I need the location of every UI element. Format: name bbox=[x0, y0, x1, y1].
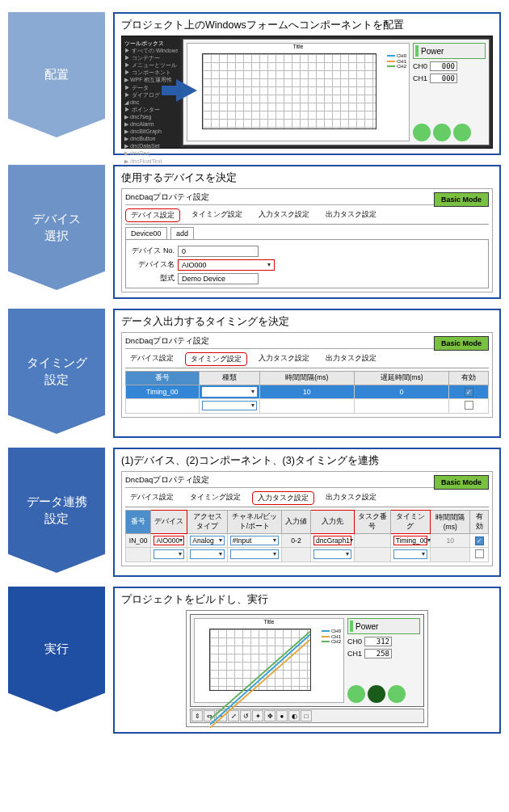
ch1-value: 258 bbox=[364, 649, 392, 658]
basic-mode-button[interactable]: Basic Mode bbox=[434, 336, 489, 351]
placement-arrow-head-icon bbox=[176, 79, 197, 102]
step-arrow-5: 実行 bbox=[8, 587, 105, 734]
chevron-down-icon: ▾ bbox=[427, 536, 431, 545]
tab-out-task[interactable]: 出力タスク設定 bbox=[321, 208, 381, 222]
timing-enabled-checkbox[interactable] bbox=[465, 401, 473, 410]
datalink-timing-select[interactable]: Timing_00▾ bbox=[393, 536, 427, 545]
led-icon bbox=[413, 124, 431, 141]
datalink-dest-select[interactable]: dncGraph1▾ bbox=[313, 536, 351, 545]
datalink-table: 番号 デバイス アクセスタイプ チャネル/ビット/ポート 入力値 入力先 タスク… bbox=[125, 510, 489, 562]
power-button[interactable]: Power bbox=[413, 43, 486, 59]
chevron-down-icon: ▾ bbox=[422, 550, 425, 558]
ch0-value: 312 bbox=[364, 637, 392, 646]
timing-kind-select[interactable]: ▾ bbox=[202, 401, 257, 410]
device-name-select[interactable]: AIO000▾ bbox=[178, 259, 275, 271]
tab-device[interactable]: デバイス設定 bbox=[125, 208, 180, 222]
step-panel-2: 使用するデバイスを決定 DncDaqプロパティ設定 Basic Mode デバイ… bbox=[113, 165, 501, 299]
ch1-value: 000 bbox=[430, 74, 457, 83]
step-label: デバイス 選択 bbox=[8, 165, 105, 290]
timing-table: 番号 種類 時間間隔(ms) 遅延時間(ms) 有効 Timing_00 Tim… bbox=[125, 371, 489, 414]
step-arrow-1: 配置 bbox=[8, 12, 105, 155]
placement-arrow-icon bbox=[162, 86, 176, 95]
step-label: データ連携 設定 bbox=[8, 448, 105, 573]
datalink-access-select[interactable]: Analog▾ bbox=[190, 536, 224, 545]
timing-row-id[interactable]: Timing_00 bbox=[126, 385, 200, 399]
dialog-title: DncDaqプロパティ設定 bbox=[125, 475, 209, 484]
device-type-input[interactable]: Demo Device bbox=[178, 273, 259, 284]
vs-screenshot: ツールボックス ▶ すべての Windows フォ…▶ コンテナー ▶ メニュー… bbox=[121, 36, 493, 149]
power-button[interactable]: Power bbox=[347, 618, 420, 634]
panel-title: プロジェクトをビルドし、実行 bbox=[121, 593, 493, 607]
dialog-title: DncDaqプロパティ設定 bbox=[125, 192, 209, 201]
chevron-down-icon: ▾ bbox=[267, 261, 271, 269]
led-icon bbox=[368, 685, 385, 703]
tab-timing[interactable]: タイミング設定 bbox=[185, 491, 246, 505]
step-panel-5: プロジェクトをビルドし、実行 Title CH0 CH1 CH2 Power C… bbox=[113, 587, 501, 734]
chevron-down-icon: ▾ bbox=[219, 536, 222, 545]
step-label: タイミング 設定 bbox=[8, 309, 105, 434]
timing-kind-select[interactable]: Timer▾ bbox=[199, 385, 259, 399]
svg-line-0 bbox=[210, 634, 310, 725]
led-icon bbox=[388, 685, 406, 703]
tab-out-task[interactable]: 出力タスク設定 bbox=[321, 491, 381, 505]
chevron-down-icon: ▾ bbox=[251, 402, 254, 410]
tab-timing[interactable]: タイミング設定 bbox=[187, 208, 247, 222]
datalink-channel-select[interactable]: #Input▾ bbox=[230, 536, 279, 545]
sub-tab-device00[interactable]: Device00 bbox=[125, 227, 167, 239]
tab-in-task[interactable]: 入力タスク設定 bbox=[254, 208, 314, 222]
timing-enabled-checkbox[interactable]: ✓ bbox=[465, 388, 473, 397]
datalink-channel-select[interactable]: ▾ bbox=[230, 549, 279, 559]
basic-mode-button[interactable]: Basic Mode bbox=[434, 192, 489, 207]
timing-delay-input[interactable]: 0 bbox=[354, 385, 448, 399]
tab-in-task[interactable]: 入力タスク設定 bbox=[254, 352, 314, 366]
panel-title: 使用するデバイスを決定 bbox=[121, 171, 493, 185]
chart-running: Title CH0 CH1 CH2 bbox=[194, 618, 344, 703]
dialog-title: DncDaqプロパティ設定 bbox=[125, 336, 209, 345]
led-icon bbox=[433, 124, 451, 141]
datalink-access-select[interactable]: ▾ bbox=[190, 549, 224, 559]
chevron-down-icon: ▾ bbox=[350, 536, 353, 545]
led-icon bbox=[347, 685, 365, 703]
datalink-enabled-checkbox[interactable]: ✓ bbox=[475, 536, 484, 545]
chevron-down-icon: ▾ bbox=[219, 550, 222, 558]
datalink-device-select[interactable]: AIO000▾ bbox=[154, 536, 184, 545]
datalink-row-id: IN_00 bbox=[126, 534, 151, 548]
datalink-timing-select[interactable]: ▾ bbox=[393, 549, 427, 559]
sub-tab-add[interactable]: add bbox=[170, 227, 194, 239]
chevron-down-icon: ▾ bbox=[251, 388, 254, 396]
timing-interval-input[interactable]: 10 bbox=[259, 385, 354, 399]
step-arrow-4: データ連携 設定 bbox=[8, 448, 105, 577]
step-panel-4: (1)デバイス、(2)コンポーネント、(3)タイミングを連携 DncDaqプロパ… bbox=[113, 448, 501, 577]
step-arrow-2: デバイス 選択 bbox=[8, 165, 105, 299]
step-panel-3: データ入出力するタイミングを決定 DncDaqプロパティ設定 Basic Mod… bbox=[113, 309, 501, 438]
tab-out-task[interactable]: 出力タスク設定 bbox=[321, 352, 381, 366]
tab-in-task[interactable]: 入力タスク設定 bbox=[252, 491, 314, 505]
tab-timing[interactable]: タイミング設定 bbox=[185, 352, 247, 366]
chevron-down-icon: ▾ bbox=[273, 536, 276, 545]
basic-mode-button[interactable]: Basic Mode bbox=[434, 475, 489, 490]
svg-line-2 bbox=[210, 631, 310, 719]
datalink-dest-select[interactable]: ▾ bbox=[313, 549, 351, 559]
chevron-down-icon: ▾ bbox=[273, 550, 276, 558]
device-no-input[interactable]: 0 bbox=[178, 246, 259, 257]
step-panel-1: プロジェクト上のWindowsフォームへコンポーネントを配置 ツールボックス ▶… bbox=[113, 12, 501, 155]
tab-device[interactable]: デバイス設定 bbox=[125, 491, 179, 505]
svg-line-1 bbox=[210, 639, 310, 727]
panel-title: データ入出力するタイミングを決定 bbox=[121, 315, 493, 329]
step-label: 配置 bbox=[8, 12, 105, 137]
step-arrow-3: タイミング 設定 bbox=[8, 309, 105, 438]
chart: Title CH0 CH1 CH2 bbox=[187, 43, 410, 141]
tab-device[interactable]: デバイス設定 bbox=[125, 352, 179, 366]
ch0-value: 000 bbox=[430, 61, 457, 71]
step-label: 実行 bbox=[8, 587, 105, 712]
datalink-device-select[interactable]: ▾ bbox=[154, 549, 184, 559]
chevron-down-icon: ▾ bbox=[179, 550, 182, 558]
datalink-enabled-checkbox[interactable] bbox=[475, 549, 484, 558]
panel-title: プロジェクト上のWindowsフォームへコンポーネントを配置 bbox=[121, 19, 493, 32]
led-icon bbox=[453, 124, 471, 141]
chevron-down-icon: ▾ bbox=[179, 536, 183, 545]
toolbar-icon[interactable]: ⇕ bbox=[191, 710, 203, 722]
panel-title: (1)デバイス、(2)コンポーネント、(3)タイミングを連携 bbox=[121, 454, 493, 468]
chevron-down-icon: ▾ bbox=[346, 550, 349, 558]
